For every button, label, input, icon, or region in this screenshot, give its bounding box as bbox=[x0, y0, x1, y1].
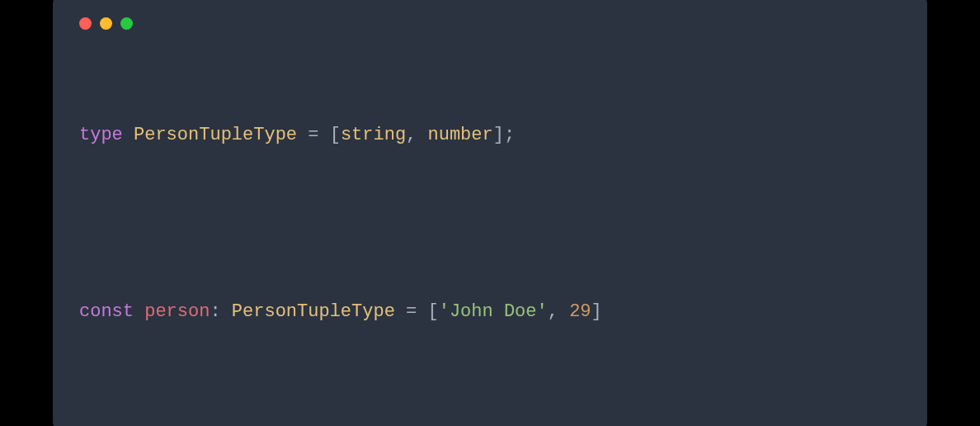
whitespace bbox=[558, 301, 569, 322]
variable-name: person bbox=[144, 301, 210, 322]
maximize-icon[interactable] bbox=[120, 17, 133, 30]
comma: , bbox=[406, 125, 417, 145]
string-literal: 'John Doe' bbox=[439, 301, 548, 322]
whitespace bbox=[221, 301, 232, 322]
bracket-open: [ bbox=[428, 301, 439, 322]
whitespace bbox=[417, 125, 427, 145]
colon: : bbox=[210, 301, 220, 322]
code-content: type PersonTupleType = [string, number];… bbox=[79, 63, 901, 393]
bracket-close-semi: ]; bbox=[493, 125, 515, 145]
type-number: number bbox=[428, 125, 493, 145]
code-window: type PersonTupleType = [string, number];… bbox=[53, 0, 927, 426]
equals: = bbox=[406, 301, 417, 322]
window-controls bbox=[79, 17, 901, 30]
bracket-open: [ bbox=[330, 125, 341, 145]
bracket-close: ] bbox=[591, 301, 602, 322]
comma: , bbox=[548, 301, 558, 322]
minimize-icon[interactable] bbox=[100, 17, 112, 30]
number-literal: 29 bbox=[569, 301, 591, 322]
close-icon[interactable] bbox=[79, 17, 92, 30]
type-name: PersonTupleType bbox=[134, 125, 297, 145]
code-line-2: const person: PersonTupleType = ['John D… bbox=[79, 297, 901, 326]
code-line-1: type PersonTupleType = [string, number]; bbox=[79, 121, 901, 149]
whitespace bbox=[395, 301, 406, 322]
whitespace bbox=[417, 301, 427, 322]
keyword-const: const bbox=[79, 301, 134, 322]
whitespace bbox=[134, 301, 144, 322]
keyword-type: type bbox=[79, 125, 123, 145]
whitespace bbox=[123, 125, 134, 145]
equals: = bbox=[308, 125, 318, 145]
type-string: string bbox=[341, 125, 406, 145]
blank-line bbox=[79, 216, 901, 239]
whitespace bbox=[297, 125, 308, 145]
type-annotation: PersonTupleType bbox=[232, 301, 395, 322]
whitespace bbox=[318, 125, 329, 145]
